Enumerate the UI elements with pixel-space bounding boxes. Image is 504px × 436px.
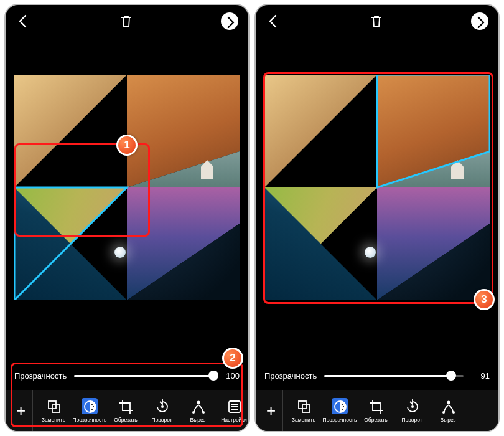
opacity-slider-row: Прозрачность 91 bbox=[256, 364, 498, 387]
opacity-slider-row: Прозрачность 100 bbox=[6, 364, 248, 387]
step-badge-1: 1 bbox=[116, 135, 138, 156]
tool-replace[interactable]: Заменить bbox=[286, 390, 322, 431]
add-button[interactable]: + bbox=[9, 390, 33, 431]
topbar bbox=[6, 5, 248, 37]
cutout-icon bbox=[440, 398, 456, 414]
opacity-slider[interactable] bbox=[324, 375, 464, 377]
tool-label: Настройки bbox=[221, 417, 247, 423]
tool-replace[interactable]: Заменить bbox=[35, 390, 72, 431]
tool-opacity[interactable]: Прозрачность bbox=[322, 390, 358, 431]
rotate-icon bbox=[154, 398, 170, 414]
tool-label: Вырез bbox=[441, 417, 456, 423]
step-badge-2: 2 bbox=[222, 348, 243, 369]
tool-label: Заменить bbox=[292, 417, 315, 423]
replace-icon bbox=[296, 398, 312, 414]
slider-label: Прозрачность bbox=[14, 371, 67, 381]
cutout-icon bbox=[190, 398, 206, 414]
crop-icon bbox=[118, 398, 134, 414]
tool-label: Обрезать bbox=[114, 417, 138, 423]
rotate-icon bbox=[404, 398, 420, 414]
next-icon[interactable] bbox=[471, 12, 488, 30]
slider-label: Прозрачность bbox=[264, 371, 317, 381]
replace-icon bbox=[45, 398, 62, 414]
collage-canvas[interactable] bbox=[264, 75, 490, 300]
toolbar: + ЗаменитьПрозрачностьОбрезатьПоворотВыр… bbox=[256, 390, 498, 431]
slider-value: 100 bbox=[221, 371, 240, 381]
tool-cutout[interactable]: Вырез bbox=[430, 390, 466, 431]
crop-icon bbox=[368, 398, 384, 414]
tool-settings[interactable]: Настройки bbox=[216, 390, 248, 431]
opacity-icon bbox=[82, 398, 98, 414]
phone-left: 1 Прозрачность 100 + ЗаменитьПрозрачност… bbox=[4, 4, 250, 432]
toolbar: + ЗаменитьПрозрачностьОбрезатьПоворотВыр… bbox=[6, 390, 248, 431]
tool-label: Прозрачность bbox=[322, 417, 357, 423]
next-icon[interactable] bbox=[221, 12, 238, 30]
tool-label: Вырез bbox=[190, 417, 206, 423]
trash-icon[interactable] bbox=[118, 13, 134, 29]
phone-right: 3 Прозрачность 91 + ЗаменитьПрозрачность… bbox=[254, 4, 500, 432]
tool-opacity[interactable]: Прозрачность bbox=[72, 390, 108, 431]
slider-value: 91 bbox=[471, 371, 490, 381]
topbar bbox=[256, 5, 498, 37]
moon-icon bbox=[365, 247, 376, 258]
trash-icon[interactable] bbox=[368, 13, 385, 29]
tool-label: Поворот bbox=[401, 417, 422, 423]
tool-label: Поворот bbox=[151, 417, 172, 423]
back-icon[interactable] bbox=[16, 13, 32, 29]
tool-rotate[interactable]: Поворот bbox=[394, 390, 430, 431]
tool-cutout[interactable]: Вырез bbox=[180, 390, 216, 431]
opacity-icon bbox=[332, 398, 348, 414]
add-button[interactable]: + bbox=[259, 390, 283, 431]
collage-canvas[interactable] bbox=[14, 75, 240, 300]
settings-icon bbox=[226, 398, 242, 414]
tool-label: Прозрачность bbox=[72, 417, 106, 423]
tool-crop[interactable]: Обрезать bbox=[358, 390, 394, 431]
tool-rotate[interactable]: Поворот bbox=[144, 390, 180, 431]
moon-icon bbox=[114, 247, 126, 258]
tool-crop[interactable]: Обрезать bbox=[108, 390, 144, 431]
tool-label: Заменить bbox=[42, 417, 65, 423]
opacity-slider[interactable] bbox=[74, 375, 213, 377]
step-badge-3: 3 bbox=[474, 289, 495, 310]
back-icon[interactable] bbox=[266, 13, 282, 29]
tool-label: Обрезать bbox=[364, 417, 388, 423]
